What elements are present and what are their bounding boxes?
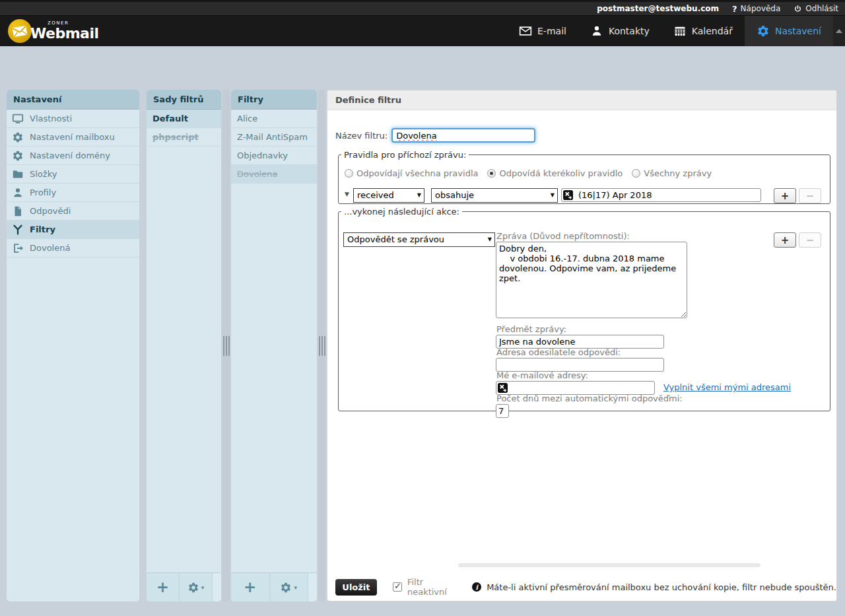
sidebar-item-nastaveni-mailboxu[interactable]: Nastavení mailboxu	[7, 128, 139, 147]
nav-tab-nastaveni[interactable]: Nastavení	[745, 16, 833, 46]
reply-address-label: Adresa odesilatele odpovědi:	[496, 347, 621, 357]
folder-icon	[12, 168, 24, 180]
radio-icon[interactable]	[345, 169, 353, 178]
brand-name: Webmail	[30, 26, 99, 41]
gear-icon	[187, 582, 199, 594]
rule-value-input[interactable]	[561, 188, 761, 202]
grip-icon	[223, 336, 230, 356]
sidebar-item-vlastnosti[interactable]: Vlastnosti	[7, 110, 139, 128]
scroll-top-button[interactable]	[833, 16, 845, 46]
add-action-button[interactable]: +	[774, 232, 796, 248]
splitter-handle-2[interactable]	[318, 90, 325, 601]
filter-item[interactable]: Alice	[231, 110, 317, 128]
sidebar-item-label: Odpovědi	[30, 206, 71, 216]
filter-item[interactable]: Dovolena	[231, 165, 317, 184]
gear-icon	[12, 131, 24, 143]
nav-tab-email[interactable]: E-mail	[507, 16, 578, 46]
my-addresses-input[interactable]	[496, 381, 655, 395]
help-link[interactable]: ? Nápověda	[732, 4, 780, 14]
fill-addresses-link[interactable]: Vyplnit všemi mými adresami	[663, 382, 791, 392]
envelope-logo-icon	[8, 19, 32, 43]
contacts-icon	[590, 24, 603, 38]
sidebar-item-label: Dovolená	[30, 243, 70, 253]
nav-tab-kontakty[interactable]: Kontakty	[578, 16, 661, 46]
logout-link[interactable]: Odhlásit	[794, 4, 838, 13]
gear-icon	[12, 150, 24, 162]
my-addresses-label: Mé e-mailové adresy:	[496, 370, 588, 380]
filter-sets-title: Sady filtrů	[147, 90, 221, 110]
sidebar-item-nastaveni-domeny[interactable]: Nastavení domény	[7, 147, 139, 165]
horizontal-scrollbar[interactable]	[458, 563, 760, 567]
main-nav: ZONER Webmail E-mailKontaktyKalendářNast…	[0, 16, 845, 46]
radio-icon[interactable]	[632, 169, 640, 178]
content-area: Nastavení VlastnostiNastavení mailboxuNa…	[0, 46, 845, 616]
filter-name-label: Název filtru:	[335, 131, 388, 141]
splitter-handle-1[interactable]	[222, 90, 230, 601]
message-textarea[interactable]: Dobry den, v obdobi 16.-17. dubna 2018 m…	[496, 242, 687, 318]
filter-icon	[12, 224, 24, 236]
actions-fieldset: ...vykonej následující akce: Odpovědět s…	[338, 207, 830, 411]
save-button[interactable]: Uložit	[335, 579, 377, 596]
filter-menu-button[interactable]: ▾	[270, 573, 309, 601]
radio-icon[interactable]	[487, 169, 496, 178]
nav-tab-kalendar[interactable]: Kalendář	[661, 16, 745, 46]
message-label: Zpráva (Důvod nepřítomnosti):	[496, 231, 630, 241]
filter-set-item[interactable]: phpscript	[147, 128, 221, 147]
filter-set-menu-button[interactable]: ▾	[180, 573, 213, 601]
radio-label: Všechny zprávy	[644, 168, 712, 178]
footer-note: Máte-li aktivní přesměrování mailboxu be…	[487, 582, 836, 592]
days-between-label: Počet dnů mezi automatickými odpověďmi:	[496, 394, 683, 403]
sidebar-item-slozky[interactable]: Složky	[7, 165, 139, 184]
wildcard-icon[interactable]	[563, 190, 573, 200]
subject-label: Předmět zprávy:	[496, 324, 566, 334]
nav-tab-label: Nastavení	[775, 26, 821, 36]
sidebar-item-label: Složky	[30, 169, 57, 179]
filter-item[interactable]: Objednavky	[231, 147, 317, 165]
actions-legend: ...vykonej následující akce:	[341, 207, 462, 217]
sidebar-item-dovolena[interactable]: Dovolená	[7, 239, 139, 257]
webmail-logo[interactable]: ZONER Webmail	[0, 16, 99, 46]
rule-field-select[interactable]: received	[353, 188, 424, 203]
help-label: Nápověda	[741, 4, 781, 13]
action-select[interactable]: Odpovědět se zprávou	[343, 232, 495, 247]
radio-label: Odpovídají všechna pravidla	[356, 168, 478, 178]
sidebar-item-profily[interactable]: Profily	[7, 184, 139, 202]
panel-title: Definice filtru	[327, 90, 836, 110]
nav-tabs: E-mailKontaktyKalendářNastavení	[507, 16, 833, 46]
sidebar-item-label: Profily	[30, 188, 56, 197]
rules-fieldset: Pravidla pro příchozí zprávu: Odpovídají…	[338, 150, 830, 204]
filter-definition-panel: Definice filtru Název filtru: Pravidla p…	[327, 90, 837, 601]
rule-collapse-caret-icon[interactable]: ▼	[345, 191, 349, 197]
gear-icon	[280, 582, 292, 594]
days-between-input[interactable]	[496, 404, 509, 418]
reply-address-input[interactable]	[496, 358, 664, 372]
filter-inactive-checkbox[interactable]	[393, 582, 402, 592]
add-filter-set-button[interactable]: +	[147, 573, 180, 601]
filter-set-item[interactable]: Default	[147, 110, 221, 128]
nav-tab-label: Kontakty	[609, 26, 650, 36]
plus-icon: +	[156, 580, 169, 595]
rule-match-radio-0[interactable]: Odpovídají všechna pravidla	[345, 168, 478, 178]
rule-operator-select[interactable]: obsahuje	[431, 188, 558, 203]
filter-sets-toolbar: + ▾	[147, 572, 221, 601]
sidebar-item-label: Nastavení domény	[30, 151, 110, 160]
sidebar-item-odpovedi[interactable]: Odpovědi	[7, 202, 139, 221]
wildcard-icon[interactable]	[498, 383, 508, 393]
add-filter-button[interactable]: +	[231, 573, 270, 601]
exit-icon	[12, 242, 24, 254]
filter-item[interactable]: Z-Mail AntiSpam	[231, 128, 317, 147]
filter-sets-column: Sady filtrů Defaultphpscript + ▾	[147, 90, 221, 601]
rule-match-radio-1[interactable]: Odpovídá kterékoliv pravidlo	[487, 168, 623, 178]
gear-icon	[757, 24, 770, 38]
sidebar-item-label: Nastavení mailboxu	[30, 132, 115, 142]
up-arrow-icon	[836, 29, 842, 33]
remove-action-button: −	[799, 232, 821, 248]
rule-match-radio-2[interactable]: Všechny zprávy	[632, 168, 712, 178]
filter-name-input[interactable]	[391, 128, 535, 143]
subject-input[interactable]	[496, 335, 664, 349]
plus-icon: +	[244, 580, 256, 595]
user-email: postmaster@testwebu.com	[597, 4, 719, 13]
add-rule-button[interactable]: +	[774, 188, 796, 203]
sidebar-item-filtry[interactable]: Filtry	[7, 221, 139, 239]
remove-rule-button: −	[799, 188, 821, 203]
